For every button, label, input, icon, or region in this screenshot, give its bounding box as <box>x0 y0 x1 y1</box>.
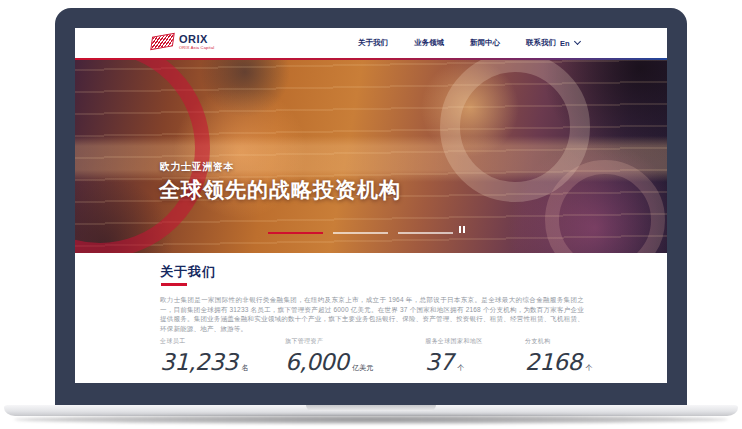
language-selector[interactable]: En <box>560 28 580 58</box>
brand-tagline: ORIX Asia Capital <box>179 45 214 50</box>
logo-texts: ORIX ORIX Asia Capital <box>179 33 214 50</box>
orix-logo[interactable]: ORIX ORIX Asia Capital <box>151 33 214 50</box>
about-paragraph: 欧力士集团是一家国际性的非银行类金融集团，在纽约及东京上市，成立于 1964 年… <box>160 295 584 334</box>
hero-subtitle: 欧力士亚洲资本 <box>160 160 234 174</box>
stat-value: 2168 <box>525 350 582 374</box>
orix-logo-mark-icon <box>150 33 175 51</box>
nav-item-about[interactable]: 关于我们 <box>358 38 388 48</box>
pause-icon <box>463 226 465 233</box>
main-nav: 关于我们 业务领域 新闻中心 联系我们 <box>358 28 556 58</box>
site-header: ORIX ORIX Asia Capital 关于我们 业务领域 新闻中心 联系… <box>75 28 667 58</box>
stat-label: 分支机构 <box>525 337 593 346</box>
stat-value: 31,233 <box>160 350 237 374</box>
laptop-screen: ORIX ORIX Asia Capital 关于我们 业务领域 新闻中心 联系… <box>75 28 667 383</box>
hero-banner: 欧力士亚洲资本 全球领先的战略投资机构 <box>75 60 667 253</box>
about-section: 关于我们 欧力士集团是一家国际性的非银行类金融集团，在纽约及东京上市，成立于 1… <box>75 253 667 383</box>
language-label: En <box>560 39 570 48</box>
stat-assets-under-management: 旗下管理资产 6,000 亿美元 <box>285 337 373 374</box>
nav-item-contact[interactable]: 联系我们 <box>526 38 556 48</box>
carousel-indicator-3[interactable] <box>398 232 453 234</box>
stat-branches: 分支机构 2168 个 <box>525 337 593 374</box>
stat-unit: 个 <box>457 363 464 373</box>
about-section-title: 关于我们 <box>160 263 216 281</box>
nav-item-business[interactable]: 业务领域 <box>414 38 444 48</box>
chevron-down-icon <box>574 38 581 45</box>
stat-unit: 亿美元 <box>352 363 373 373</box>
nav-item-news[interactable]: 新闻中心 <box>470 38 500 48</box>
hero-red-ring-decoration <box>75 60 210 253</box>
carousel-pause-button[interactable] <box>456 224 468 235</box>
laptop-base-notch <box>306 405 436 411</box>
stat-value: 6,000 <box>285 350 348 374</box>
page: ORIX ORIX Asia Capital 关于我们 业务领域 新闻中心 联系… <box>0 0 742 429</box>
section-title-underline <box>161 283 187 286</box>
stat-label: 全球员工 <box>160 337 248 346</box>
stat-value: 37 <box>425 350 453 374</box>
stat-countries-served: 服务全球国家和地区 37 个 <box>425 337 483 374</box>
brand-name: ORIX <box>179 33 214 45</box>
stat-unit: 个 <box>586 363 593 373</box>
hero-title: 全球领先的战略投资机构 <box>159 176 401 204</box>
stat-label: 旗下管理资产 <box>285 337 373 346</box>
pause-icon <box>459 226 461 233</box>
stat-global-employees: 全球员工 31,233 名 <box>160 337 248 374</box>
carousel-indicator-2[interactable] <box>333 232 388 234</box>
stat-label: 服务全球国家和地区 <box>425 337 483 346</box>
laptop-shadow <box>14 415 728 424</box>
stat-unit: 名 <box>241 363 248 373</box>
carousel-indicator-active[interactable] <box>268 232 323 234</box>
